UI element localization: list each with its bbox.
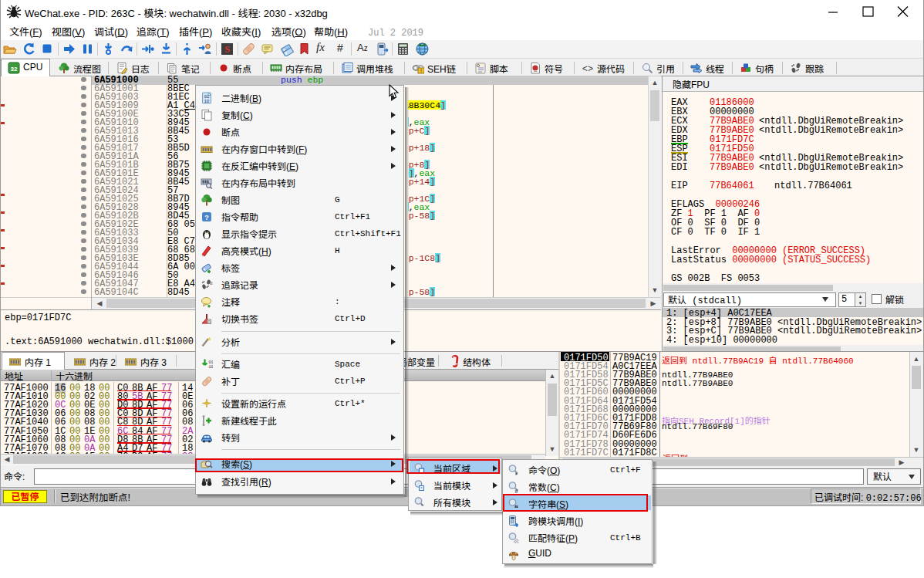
svg-text:!: ! — [420, 68, 422, 73]
svg-text:01: 01 — [210, 282, 213, 286]
svg-text:*: * — [421, 503, 423, 509]
svg-text:S: S — [224, 44, 230, 55]
svg-text:32: 32 — [11, 66, 18, 73]
svg-text:10: 10 — [204, 99, 210, 104]
svg-text:<>: <> — [582, 64, 593, 75]
svg-text:?: ? — [204, 214, 209, 221]
svg-text:10: 10 — [209, 365, 214, 370]
svg-text:#: # — [514, 488, 518, 494]
